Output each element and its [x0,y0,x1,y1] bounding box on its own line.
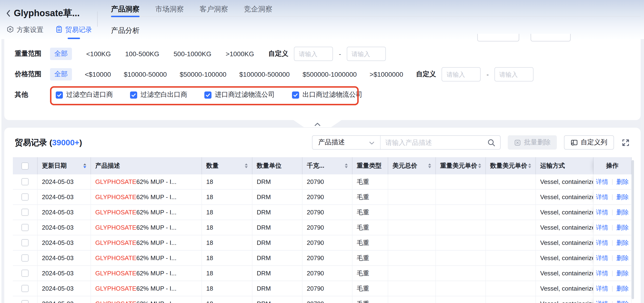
cell-weight-type: 毛重 [352,174,388,189]
weight-option[interactable]: 500-1000KG [174,50,212,58]
row-checkbox[interactable] [22,239,28,246]
truncated-control-left[interactable] [477,34,519,42]
price-range-row: 价格范围 全部 <$10000 $10000-50000 $50000-1000… [15,67,534,82]
row-checkbox[interactable] [22,178,28,185]
weight-option[interactable]: >1000KG [226,50,254,58]
cell-update-date: 2024-05-03 [38,205,91,220]
cell-transport: Vessel, containerized [536,235,594,250]
detail-link[interactable]: 详情 [596,284,608,293]
delete-link[interactable]: 删除 [616,284,629,293]
search-field-select[interactable]: 产品描述 [312,138,380,147]
delete-link[interactable]: 删除 [616,178,629,186]
delete-link[interactable]: 删除 [616,238,629,247]
column-header-product-desc: 产品描述 [91,157,202,174]
detail-link[interactable]: 详情 [596,193,608,201]
search-input[interactable] [380,139,487,146]
batch-delete-button[interactable]: 批量删除 [508,135,557,150]
truncated-control-right[interactable] [531,34,571,42]
row-checkbox[interactable] [22,285,28,292]
filter-panel: 重量范围 全部 <100KG 100-500KG 500-1000KG >100… [4,39,641,120]
row-checkbox[interactable] [22,194,28,200]
checkbox-importer-filter-logistics[interactable]: 进口商过滤物流公司 [204,90,275,99]
delete-link[interactable]: 删除 [616,254,629,262]
price-option[interactable]: $100000-500000 [239,70,290,78]
price-min-input[interactable] [442,67,481,82]
detail-link[interactable]: 详情 [596,178,608,186]
trade-records-table: 更新日期 产品描述 数量 数量单位 千克... 重量类型 美元总价 [13,157,632,303]
checked-checkbox[interactable] [292,91,299,98]
row-checkbox[interactable] [22,209,28,216]
weight-option[interactable]: <100KG [86,50,111,58]
detail-link[interactable]: 详情 [596,208,608,216]
weight-option-all[interactable]: 全部 [50,48,72,60]
sort-icon [428,164,431,168]
tab-market-insight[interactable]: 市场洞察 [155,5,184,14]
tab-customer-insight[interactable]: 客户洞察 [200,5,228,14]
column-header-qty[interactable]: 数量 [202,157,252,174]
action-divider [612,240,612,246]
checked-checkbox[interactable] [56,91,63,98]
delete-link[interactable]: 删除 [616,300,629,303]
row-checkbox[interactable] [22,254,28,262]
subnav-item-trade-records[interactable]: 贸易记录 [56,25,92,35]
checkbox-filter-blank-importer[interactable]: 过滤空白进口商 [56,90,113,99]
column-header-kg[interactable]: 千克... [302,157,352,174]
weight-max-input[interactable] [347,47,386,61]
subnav-label: 贸易记录 [65,26,92,34]
detail-link[interactable]: 详情 [596,254,608,262]
cell-usd-per-qty [486,220,536,235]
search-icon[interactable] [487,138,496,146]
tab-product-insight[interactable]: 产品洞察 [111,5,140,14]
weight-option[interactable]: 100-500KG [125,50,159,58]
cell-kg: 20790 [302,205,352,220]
price-option[interactable]: <$10000 [85,70,111,78]
price-option[interactable]: $10000-50000 [124,70,167,78]
column-header-usd-per-weight[interactable]: 重量美元单价 [436,157,486,174]
tab-product-analysis[interactable]: 产品分析 [111,26,140,35]
cell-usd-per-qty [486,266,536,280]
price-option-all[interactable]: 全部 [50,68,72,80]
delete-link[interactable]: 删除 [616,269,629,278]
checkbox-exporter-filter-logistics[interactable]: 出口商过滤物流公司 [292,90,362,99]
product-keyword-highlight: GLYPHOSATE [95,194,136,200]
detail-link[interactable]: 详情 [596,269,608,278]
price-max-input[interactable] [494,67,534,82]
vertical-scrollbar[interactable] [632,160,634,299]
collapse-filters-handle[interactable] [294,120,342,127]
tab-competitor-insight[interactable]: 竞企洞察 [244,5,272,14]
clipboard-icon [56,26,62,34]
row-checkbox[interactable] [22,270,28,277]
checkbox-filter-blank-exporter[interactable]: 过滤空白出口商 [130,90,187,99]
fullscreen-expand-icon[interactable] [621,138,630,147]
checked-checkbox[interactable] [130,91,137,98]
checked-checkbox[interactable] [204,91,212,98]
column-header-update-date[interactable]: 更新日期 [38,157,91,174]
delete-link[interactable]: 删除 [616,193,629,201]
cell-usd-per-qty [486,235,536,250]
price-option[interactable]: $50000-100000 [180,70,226,78]
select-all-checkbox[interactable] [22,162,28,169]
product-keyword-highlight: GLYPHOSATE [95,178,136,185]
delete-link[interactable]: 删除 [616,223,629,232]
custom-columns-button[interactable]: 自定义列 [564,135,614,150]
cell-usd-per-weight [436,296,486,303]
cell-kg: 20790 [302,281,352,296]
weight-min-input[interactable] [294,47,333,61]
price-option[interactable]: >$1000000 [370,70,403,78]
action-divider [612,179,612,184]
detail-link[interactable]: 详情 [596,238,608,247]
column-header-usd-total[interactable]: 美元总价 [388,157,436,174]
detail-link[interactable]: 详情 [596,300,608,303]
row-checkbox[interactable] [22,300,28,303]
price-option[interactable]: $500000-1000000 [302,70,356,78]
subnav-item-scheme-settings[interactable]: 方案设置 [7,25,43,35]
detail-link[interactable]: 详情 [596,223,608,232]
back-icon[interactable] [6,10,10,17]
weight-custom-label[interactable]: 自定义 [268,50,288,58]
delete-link[interactable]: 删除 [616,208,629,216]
column-header-usd-per-qty[interactable]: 数量美元单价 [486,157,536,174]
price-custom-label[interactable]: 自定义 [416,70,436,78]
column-header-weight-type: 重量类型 [352,157,388,174]
row-checkbox[interactable] [22,224,28,231]
cell-qty-unit: DRM [252,250,302,265]
